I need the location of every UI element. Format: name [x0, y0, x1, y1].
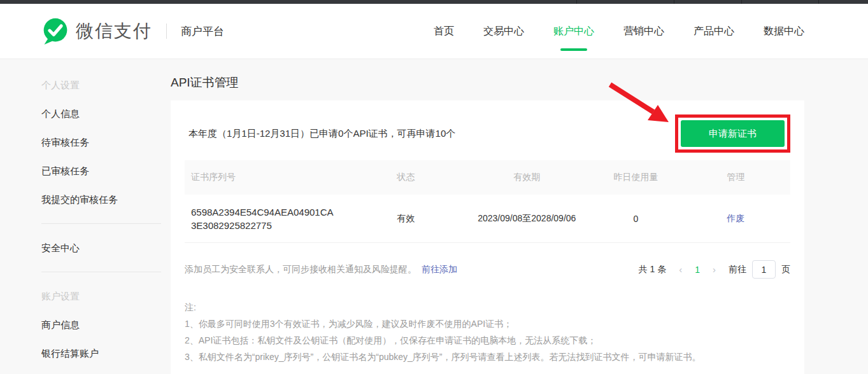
col-header-usage: 昨日使用量	[590, 172, 681, 183]
security-contact-tip: 添加员工为安全联系人，可同步接收相关通知及风险提醒。前往添加	[185, 264, 457, 275]
col-header-status: 状态	[390, 172, 463, 183]
goto-page-input[interactable]	[752, 260, 776, 279]
sidebar-item-merchant-info[interactable]: 商户信息	[41, 310, 171, 339]
sidebar-item-personal-info[interactable]: 个人信息	[41, 99, 171, 128]
header: 微信支付 商户平台 首页 交易中心 账户中心 营销中心 产品中心 数据中心	[0, 4, 868, 59]
cell-manage: 作废	[681, 213, 790, 225]
void-certificate-link[interactable]: 作废	[727, 213, 744, 223]
logo-text: 微信支付	[76, 19, 152, 43]
tip-and-pagination-row: 添加员工为安全联系人，可同步接收相关通知及风险提醒。前往添加 共 1 条 ‹ 1…	[185, 260, 790, 279]
page-title: API证书管理	[171, 74, 804, 91]
nav-item-marketing-center[interactable]: 营销中心	[623, 4, 664, 59]
col-header-manage: 管理	[681, 172, 790, 183]
nav-item-home[interactable]: 首页	[434, 4, 454, 59]
page: { "header": { "logo_text": "微信支付", "subt…	[0, 0, 868, 374]
pagination: 共 1 条 ‹ 1 › 前往 页	[639, 260, 790, 279]
strip-divider	[674, 0, 674, 4]
goto-page-control: 前往 页	[729, 260, 790, 279]
col-header-validity: 有效期	[463, 172, 590, 183]
tip-text: 添加员工为安全联系人，可同步接收相关通知及风险提醒。	[185, 264, 416, 274]
sidebar-section-account-settings: 账户设置	[41, 282, 171, 310]
strip-divider	[741, 0, 742, 4]
quota-row: 本年度（1月1日-12月31日）已申请0个API证书，可再申请10个 申请新证书	[185, 110, 790, 157]
main-nav: 首页 交易中心 账户中心 营销中心 产品中心 数据中心	[434, 4, 804, 59]
page-suffix: 页	[781, 264, 790, 275]
certificate-table: 证书序列号 状态 有效期 昨日使用量 管理 6598A2394E54C94AEA…	[185, 160, 790, 243]
platform-subtitle: 商户平台	[181, 24, 224, 39]
note-line-2: 2、API证书包括：私钥文件及公钥证书（配对使用），仅保存在申请证书的电脑本地，…	[185, 332, 790, 349]
table-header-row: 证书序列号 状态 有效期 昨日使用量 管理	[185, 160, 790, 195]
cell-validity: 2023/09/08至2028/09/06	[463, 213, 590, 225]
nav-item-data-center[interactable]: 数据中心	[764, 4, 804, 59]
col-header-serial: 证书序列号	[185, 172, 390, 183]
sidebar-item-pending-review-tasks[interactable]: 待审核任务	[41, 128, 171, 156]
total-count: 共 1 条	[639, 264, 667, 275]
nav-item-product-center[interactable]: 产品中心	[694, 4, 734, 59]
note-line-3: 3、私钥文件名为“prikey_序列号”，公钥证书名为“pubkey_序列号”，…	[185, 349, 790, 365]
sidebar-item-reviewed-tasks[interactable]: 已审核任务	[41, 156, 171, 185]
cell-usage: 0	[590, 214, 681, 224]
apply-new-certificate-button[interactable]: 申请新证书	[681, 120, 785, 147]
notes-title: 注:	[185, 299, 790, 315]
cell-serial-number: 6598A2394E54C94AEA04901CA 3E308292582277…	[185, 205, 390, 232]
wechat-pay-bubble-icon	[41, 17, 69, 45]
certificate-card: 本年度（1月1日-12月31日）已申请0个API证书，可再申请10个 申请新证书…	[171, 100, 804, 374]
sidebar-item-bank-settlement-account[interactable]: 银行结算账户	[41, 339, 171, 368]
red-annotation-box: 申请新证书	[675, 114, 790, 153]
nav-item-account-center[interactable]: 账户中心	[553, 4, 594, 59]
sidebar-divider	[41, 223, 161, 224]
notes-block: 注: 1、你最多可同时使用3个有效证书，为减少风险，建议及时作废不使用的API证…	[185, 299, 790, 365]
next-page-icon[interactable]: ›	[713, 264, 716, 275]
sidebar-divider	[41, 272, 161, 272]
prev-page-icon[interactable]: ‹	[679, 264, 682, 275]
body-row: 个人设置 个人信息 待审核任务 已审核任务 我提交的审核任务 安全中心 账户设置…	[0, 59, 868, 374]
sidebar-item-security-center[interactable]: 安全中心	[41, 233, 171, 262]
serial-line-2: 3E3082925822775	[191, 219, 390, 232]
quota-text: 本年度（1月1日-12月31日）已申请0个API证书，可再申请10个	[189, 128, 455, 140]
brand-divider	[166, 24, 167, 39]
goto-label: 前往	[729, 264, 746, 275]
main-content: API证书管理 本年度（1月1日-12月31日）已申请0个API证书，可再申请1…	[171, 59, 868, 374]
cell-status: 有效	[390, 213, 463, 225]
sidebar-section-personal-settings: 个人设置	[41, 71, 171, 99]
nav-item-transaction-center[interactable]: 交易中心	[483, 4, 524, 59]
note-line-1: 1、你最多可同时使用3个有效证书，为减少风险，建议及时作废不使用的API证书；	[185, 315, 790, 332]
wechat-pay-logo[interactable]: 微信支付	[41, 17, 152, 45]
current-page-number[interactable]: 1	[695, 265, 700, 275]
sidebar-item-my-submitted-tasks[interactable]: 我提交的审核任务	[41, 185, 171, 214]
strip-divider	[818, 0, 819, 4]
table-row: 6598A2394E54C94AEA04901CA 3E308292582277…	[185, 195, 790, 243]
go-add-contact-link[interactable]: 前往添加	[422, 264, 457, 274]
serial-line-1: 6598A2394E54C94AEA04901CA	[191, 205, 390, 219]
sidebar: 个人设置 个人信息 待审核任务 已审核任务 我提交的审核任务 安全中心 账户设置…	[0, 59, 171, 368]
